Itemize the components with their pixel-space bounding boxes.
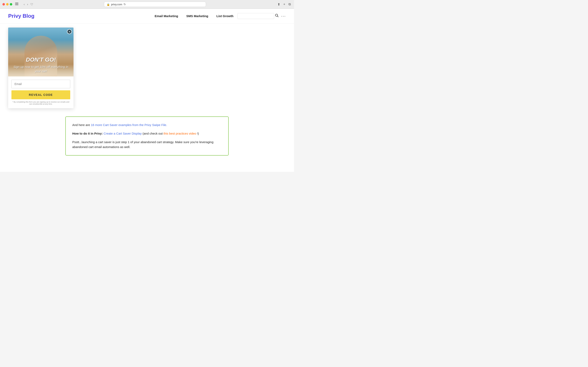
browser-actions: ⬆ + ⧉ xyxy=(277,2,292,7)
popup-image-area: DON'T GO! Sign up now to get 10% off eve… xyxy=(8,27,73,76)
address-bar-container: 🔒 privy.com ↻ xyxy=(35,2,275,7)
popup-cta-button[interactable]: REVEAL CODE xyxy=(11,90,70,99)
back-button[interactable]: ‹ xyxy=(23,2,26,6)
browser-nav-controls: ‹ › xyxy=(23,2,29,6)
website-content: Privy Blog Email Marketing SMS Marketing… xyxy=(0,9,294,172)
info-line2-bold: How to do it in Privy: xyxy=(72,132,103,135)
site-logo[interactable]: Privy Blog xyxy=(8,13,35,19)
nav-item-email-marketing[interactable]: Email Marketing xyxy=(155,14,178,18)
search-button[interactable] xyxy=(275,14,279,18)
browser-chrome: ‹ › 🛡 🔒 privy.com ↻ ⬆ + ⧉ xyxy=(0,0,294,9)
popup-card: ✕ DON'T GO! Sign up now to get 10% off e… xyxy=(8,27,73,108)
info-box-line-2: How to do it in Privy: Create a Cart Sav… xyxy=(72,131,222,136)
cart-saver-display-link[interactable]: Create a Cart Saver Display xyxy=(104,132,142,135)
swipe-file-link[interactable]: 16 more Cart Saver examples from the Pri… xyxy=(91,123,167,127)
lock-icon: 🔒 xyxy=(107,3,110,6)
windows-button[interactable]: ⧉ xyxy=(288,2,292,7)
info-box: And here are 16 more Cart Saver examples… xyxy=(65,117,229,156)
svg-rect-2 xyxy=(15,5,18,5)
browser-titlebar: ‹ › 🛡 🔒 privy.com ↻ ⬆ + ⧉ xyxy=(0,0,294,8)
popup-container: ✕ DON'T GO! Sign up now to get 10% off e… xyxy=(8,27,286,108)
svg-rect-0 xyxy=(15,3,18,3)
main-content: ✕ DON'T GO! Sign up now to get 10% off e… xyxy=(0,24,294,164)
more-options-button[interactable]: ··· xyxy=(281,14,286,18)
info-box-line-1: And here are 16 more Cart Saver examples… xyxy=(72,123,222,127)
share-button[interactable]: ⬆ xyxy=(277,2,281,7)
info-line2-end: !) xyxy=(197,132,199,135)
info-line1-prefix: And here are xyxy=(72,123,91,127)
info-line2-middle: (and check out xyxy=(143,132,164,135)
nav-item-sms-marketing[interactable]: SMS Marketing xyxy=(186,14,208,18)
info-box-line-3: Psstt...launching a cart saver is just s… xyxy=(72,140,222,150)
popup-disclaimer: * By completing this form you are signin… xyxy=(11,101,70,105)
svg-rect-1 xyxy=(15,4,18,4)
popup-headline: DON'T GO! xyxy=(12,57,69,63)
svg-line-4 xyxy=(277,16,278,17)
popup-email-input[interactable] xyxy=(11,80,70,88)
close-traffic-light[interactable] xyxy=(2,3,5,6)
search-input[interactable] xyxy=(237,13,274,19)
popup-subheadline: Sign up now to get 10% off everything in… xyxy=(12,65,69,73)
popup-close-button[interactable]: ✕ xyxy=(67,29,72,34)
reload-button[interactable]: ↻ xyxy=(123,3,126,6)
shield-icon: 🛡 xyxy=(30,3,33,6)
url-text: privy.com xyxy=(111,3,122,6)
forward-button[interactable]: › xyxy=(26,2,29,6)
address-bar[interactable]: 🔒 privy.com ↻ xyxy=(104,2,206,7)
minimize-traffic-light[interactable] xyxy=(6,3,9,6)
nav-item-list-growth[interactable]: List Growth xyxy=(216,14,233,18)
popup-form-area: REVEAL CODE * By completing this form yo… xyxy=(8,76,73,108)
sidebar-toggle-button[interactable] xyxy=(14,2,20,7)
site-header: Privy Blog Email Marketing SMS Marketing… xyxy=(0,9,294,24)
maximize-traffic-light[interactable] xyxy=(10,3,12,6)
popup-image-text-overlay: DON'T GO! Sign up now to get 10% off eve… xyxy=(8,53,73,76)
best-practices-video-link[interactable]: this best practices video xyxy=(164,132,196,135)
main-nav: Email Marketing SMS Marketing List Growt… xyxy=(155,14,233,18)
new-tab-button[interactable]: + xyxy=(283,2,286,7)
traffic-lights xyxy=(2,3,12,6)
